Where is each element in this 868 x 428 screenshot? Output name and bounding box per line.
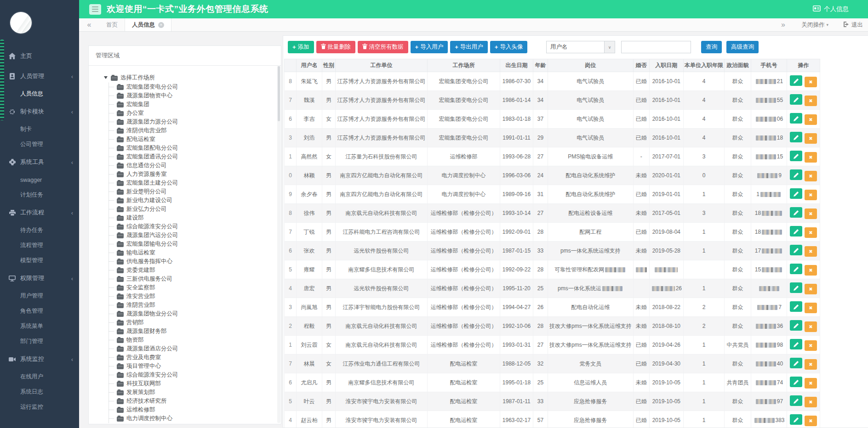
tree-item[interactable]: 人力资源服务室 bbox=[109, 170, 277, 179]
delete-button[interactable]: ✖ bbox=[805, 152, 817, 163]
tabs-scroll-right-icon[interactable]: » bbox=[773, 18, 793, 31]
tree-item[interactable]: 供电服务指挥中心 bbox=[109, 257, 277, 266]
sidebar-item-model-mgmt[interactable]: 模型管理 bbox=[0, 253, 79, 268]
tree-item[interactable]: 淮阴供电营业部 bbox=[109, 126, 277, 135]
sidebar-item-system-menu[interactable]: 系统菜单 bbox=[0, 319, 79, 334]
tree-item[interactable]: 新业电力建设公司 bbox=[109, 196, 277, 205]
edit-button[interactable] bbox=[790, 301, 802, 312]
sidebar-item-online-users[interactable]: 在线用户 bbox=[0, 369, 79, 384]
delete-button[interactable]: ✖ bbox=[805, 190, 817, 200]
search-field-select[interactable]: 用户名 ∨ bbox=[546, 41, 615, 53]
tree-item[interactable]: 电力调度控制中心 bbox=[109, 414, 277, 423]
edit-button[interactable] bbox=[790, 377, 802, 387]
sidebar-item-process-mgmt[interactable]: 流程管理 bbox=[0, 238, 79, 253]
tree-item[interactable]: 安全监察部 bbox=[109, 283, 277, 292]
tree-item[interactable]: 信息通信分公司 bbox=[109, 161, 277, 170]
tree-item[interactable]: 晟源集团物资中心 bbox=[109, 91, 277, 100]
delete-button[interactable]: ✖ bbox=[805, 114, 817, 125]
advanced-query-button[interactable]: 高级查询 bbox=[726, 41, 759, 53]
close-icon[interactable]: × bbox=[158, 22, 164, 28]
tree-root-node[interactable]: 选择工作场所 bbox=[104, 73, 277, 82]
edit-button[interactable] bbox=[790, 132, 802, 142]
edit-button[interactable] bbox=[790, 282, 802, 293]
close-operations-dropdown[interactable]: 关闭操作 ▾ bbox=[793, 18, 837, 31]
tree-item[interactable]: 宏能集团 bbox=[109, 100, 277, 109]
delete-button[interactable]: ✖ bbox=[805, 303, 817, 313]
edit-button[interactable] bbox=[790, 264, 802, 274]
sidebar-item-runtime-monitor[interactable]: 运行监控 bbox=[0, 400, 79, 415]
sidebar-item-system-tools[interactable]: 系统工具‹ bbox=[0, 152, 79, 172]
edit-button[interactable] bbox=[790, 245, 802, 255]
sidebar-item-swagger[interactable]: swagger bbox=[0, 172, 79, 187]
hamburger-icon[interactable] bbox=[89, 4, 101, 15]
tree-item[interactable]: 科技互联网部 bbox=[109, 379, 277, 388]
tree-item[interactable]: 营销部 bbox=[109, 318, 277, 327]
sidebar-item-user-mgmt[interactable]: 用户管理 bbox=[0, 288, 79, 304]
edit-button[interactable] bbox=[790, 320, 802, 331]
avatar[interactable] bbox=[10, 12, 32, 34]
delete-button[interactable]: ✖ bbox=[805, 171, 817, 181]
delete-button[interactable]: ✖ bbox=[805, 227, 817, 238]
add-button[interactable]: +添加 bbox=[288, 41, 314, 53]
edit-button[interactable] bbox=[790, 414, 802, 425]
edit-button[interactable] bbox=[790, 207, 802, 218]
tree-item[interactable]: 晟源集团财务部 bbox=[109, 327, 277, 336]
tree-item[interactable]: 物资部 bbox=[109, 336, 277, 344]
edit-button[interactable] bbox=[790, 226, 802, 237]
delete-button[interactable]: ✖ bbox=[805, 246, 817, 257]
tree-item[interactable]: 项目管理中心 bbox=[109, 362, 277, 371]
delete-button[interactable]: ✖ bbox=[805, 340, 817, 351]
query-button[interactable]: 查询 bbox=[701, 41, 722, 53]
tab-personnel-info[interactable]: 人员信息× bbox=[125, 18, 171, 31]
tree-item[interactable]: 建设部 bbox=[109, 214, 277, 222]
tree-item[interactable]: 三新供电服务公司 bbox=[109, 275, 277, 283]
edit-button[interactable] bbox=[790, 395, 802, 406]
tree-item[interactable]: 晟源集团酒店分公司 bbox=[109, 344, 277, 353]
edit-button[interactable] bbox=[790, 113, 802, 124]
edit-button[interactable] bbox=[790, 339, 802, 349]
tree-item[interactable]: 新业楚明分公司 bbox=[109, 187, 277, 196]
search-keyword-input[interactable] bbox=[621, 41, 691, 53]
tree-item[interactable]: 晟源集团汽运分公司 bbox=[109, 231, 277, 240]
tree-item[interactable]: 输电运检室 bbox=[109, 248, 277, 257]
tree-item[interactable]: 宏能集团输电分公司 bbox=[109, 240, 277, 248]
edit-button[interactable] bbox=[790, 358, 802, 368]
delete-button[interactable]: ✖ bbox=[805, 378, 817, 389]
tree-item[interactable]: 晟源集团物业分公司 bbox=[109, 310, 277, 318]
tree-item[interactable]: 宏能集团通讯分公司 bbox=[109, 152, 277, 161]
sidebar-item-workflow[interactable]: 工作流程‹ bbox=[0, 203, 79, 223]
tree-expander-icon[interactable] bbox=[104, 76, 108, 79]
edit-button[interactable] bbox=[790, 169, 802, 180]
edit-button[interactable] bbox=[790, 188, 802, 199]
sidebar-item-company-mgmt[interactable]: 公司管理 bbox=[0, 137, 79, 152]
sidebar-item-personnel-info[interactable]: 人员信息 bbox=[0, 86, 79, 101]
sidebar-item-system-logs[interactable]: 系统日志 bbox=[0, 384, 79, 400]
tree-item[interactable]: 宏能集团配电分公司 bbox=[109, 144, 277, 152]
delete-button[interactable]: ✖ bbox=[805, 133, 817, 144]
tab-home[interactable]: 首页 bbox=[99, 18, 125, 31]
tree-item[interactable]: 综合能源淮安分公司 bbox=[109, 222, 277, 231]
export-users-button[interactable]: +导出用户 bbox=[450, 41, 488, 53]
tree-item[interactable]: 淮阴营业部 bbox=[109, 301, 277, 310]
tree-item[interactable]: 宏能集团土建分公司 bbox=[109, 179, 277, 187]
sidebar-item-system-monitor[interactable]: 系统监控‹ bbox=[0, 349, 79, 369]
tree-scrollbar[interactable] bbox=[277, 65, 280, 423]
tree-item[interactable]: 淮安营业部 bbox=[109, 292, 277, 301]
tree-item[interactable]: 运维检修部 bbox=[109, 405, 277, 414]
tree-item[interactable]: 晟源集团力源分公司 bbox=[109, 118, 277, 126]
tabs-scroll-left-icon[interactable]: « bbox=[79, 18, 99, 31]
sidebar-item-card-module[interactable]: 制卡模块‹ bbox=[0, 101, 79, 122]
tree-item[interactable]: 办公室 bbox=[109, 109, 277, 118]
delete-button[interactable]: ✖ bbox=[805, 359, 817, 370]
tree-item[interactable]: 发展策划部 bbox=[109, 388, 277, 397]
tree-item[interactable]: 宏能集团变电分公司 bbox=[109, 83, 277, 91]
tree-item[interactable]: 新业弘力分公司 bbox=[109, 205, 277, 214]
delete-button[interactable]: ✖ bbox=[805, 416, 817, 426]
import-users-button[interactable]: +导入用户 bbox=[411, 41, 448, 53]
delete-button[interactable]: ✖ bbox=[805, 321, 817, 332]
clear-all-button[interactable]: 清空所有数据 bbox=[358, 41, 408, 53]
delete-button[interactable]: ✖ bbox=[805, 208, 817, 219]
delete-button[interactable]: ✖ bbox=[805, 96, 817, 106]
tree-item[interactable]: 营业及电费室 bbox=[109, 353, 277, 362]
edit-button[interactable] bbox=[790, 151, 802, 161]
